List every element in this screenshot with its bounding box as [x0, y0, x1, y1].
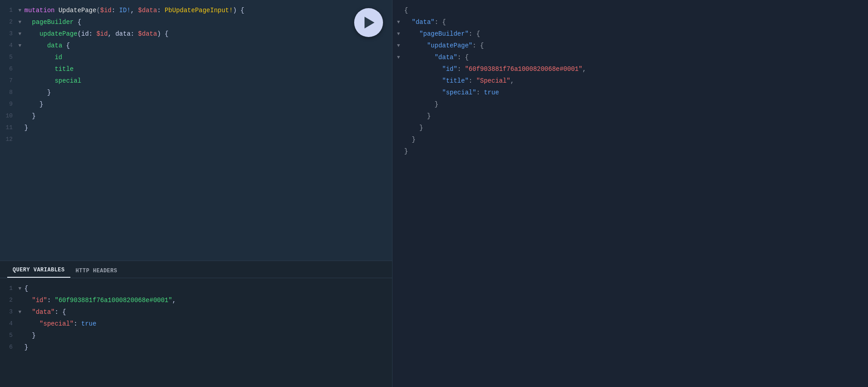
code-line: 5 id — [0, 51, 392, 63]
line-number: 4 — [0, 318, 16, 329]
code-content: data { — [23, 40, 392, 51]
code-line: 1▼{ — [0, 283, 392, 294]
code-line: 6} — [0, 341, 392, 353]
line-number: 2 — [0, 295, 16, 306]
code-content: } — [23, 111, 392, 121]
line-number: 1 — [0, 283, 16, 294]
code-content: "id": "60f903881f76a1000820068e#0001", — [23, 295, 392, 306]
line-number: 1 — [0, 5, 16, 16]
collapse-arrow[interactable]: ▼ — [397, 40, 404, 51]
tab-http-headers[interactable]: HTTP HEADERS — [70, 264, 123, 278]
line-number: 11 — [0, 122, 16, 133]
variables-editor: 1▼{2 "id": "60f903881f76a1000820068e#000… — [0, 278, 392, 387]
code-line: 6 title — [0, 63, 392, 75]
json-line: ▼ "pageBuilder": { — [392, 28, 868, 40]
play-icon — [365, 17, 374, 28]
json-content: } — [404, 99, 868, 110]
line-number: 6 — [0, 64, 16, 75]
line-number: 5 — [0, 330, 16, 341]
code-line: 11} — [0, 122, 392, 134]
left-panel: 1▼mutation UpdatePage($id: ID!, $data: P… — [0, 0, 392, 387]
json-line: } — [392, 122, 868, 134]
code-line: 4 "special": true — [0, 318, 392, 330]
code-line: 3▼ "data": { — [0, 306, 392, 318]
json-content: "title": "Special", — [404, 75, 868, 86]
code-content: } — [23, 99, 392, 110]
line-number: 9 — [0, 99, 16, 110]
collapse-arrow[interactable]: ▼ — [16, 307, 23, 317]
code-content: } — [23, 87, 392, 98]
json-content: } — [404, 134, 868, 145]
code-content: } — [23, 342, 392, 353]
line-number: 8 — [0, 87, 16, 98]
json-line: ▼ "data": { — [392, 16, 868, 28]
query-editor: 1▼mutation UpdatePage($id: ID!, $data: P… — [0, 0, 392, 261]
code-content: { — [23, 283, 392, 294]
collapse-arrow[interactable]: ▼ — [16, 17, 23, 28]
json-content: } — [404, 146, 868, 157]
json-line: ▼ "data": { — [392, 51, 868, 63]
code-content: pageBuilder { — [23, 17, 392, 28]
json-line: "id": "60f903881f76a1000820068e#0001", — [392, 63, 868, 75]
code-content: "special": true — [23, 318, 392, 329]
json-line: } — [392, 134, 868, 145]
collapse-arrow[interactable]: ▼ — [16, 28, 23, 39]
collapse-arrow[interactable]: ▼ — [16, 5, 23, 16]
line-number: 3 — [0, 307, 16, 317]
code-content: title — [23, 64, 392, 75]
line-number: 6 — [0, 342, 16, 353]
code-content: } — [23, 122, 392, 133]
json-content: "data": { — [404, 17, 868, 28]
collapse-arrow[interactable]: ▼ — [16, 40, 23, 51]
json-content: } — [404, 122, 868, 133]
code-line: 2 "id": "60f903881f76a1000820068e#0001", — [0, 294, 392, 306]
code-line: 12 — [0, 134, 392, 145]
code-content: mutation UpdatePage($id: ID!, $data: PbU… — [23, 5, 392, 16]
line-number: 4 — [0, 40, 16, 51]
editor-lines: 1▼mutation UpdatePage($id: ID!, $data: P… — [0, 5, 392, 145]
json-line: "special": true — [392, 87, 868, 98]
tab-query-variables[interactable]: QUERY VARIABLES — [7, 263, 70, 278]
line-number: 12 — [0, 134, 16, 145]
json-line: } — [392, 98, 868, 110]
line-number: 7 — [0, 75, 16, 86]
right-panel: {▼ "data": {▼ "pageBuilder": {▼ "updateP… — [392, 0, 868, 387]
collapse-arrow[interactable]: ▼ — [397, 17, 404, 28]
run-button[interactable] — [354, 8, 383, 37]
code-line: 4▼ data { — [0, 40, 392, 51]
code-content: "data": { — [23, 307, 392, 317]
json-line: } — [392, 110, 868, 122]
json-content: "special": true — [404, 87, 868, 98]
code-content: special — [23, 75, 392, 86]
code-line: 8 } — [0, 87, 392, 98]
code-content: id — [23, 52, 392, 63]
json-content: } — [404, 111, 868, 121]
response-lines: {▼ "data": {▼ "pageBuilder": {▼ "updateP… — [392, 5, 868, 157]
code-line: 9 } — [0, 98, 392, 110]
json-content: { — [404, 5, 868, 16]
json-content: "data": { — [404, 52, 868, 63]
line-number: 3 — [0, 28, 16, 39]
code-line: 3▼ updatePage(id: $id, data: $data) { — [0, 28, 392, 40]
json-content: "pageBuilder": { — [404, 28, 868, 39]
code-line: 7 special — [0, 75, 392, 87]
collapse-arrow[interactable]: ▼ — [397, 52, 404, 63]
code-line: 10 } — [0, 110, 392, 122]
json-line: } — [392, 145, 868, 157]
json-content: "updatePage": { — [404, 40, 868, 51]
code-content: } — [23, 330, 392, 341]
bottom-panel: QUERY VARIABLES HTTP HEADERS 1▼{2 "id": … — [0, 261, 392, 387]
json-line: ▼ "updatePage": { — [392, 40, 868, 51]
bottom-tabs: QUERY VARIABLES HTTP HEADERS — [0, 261, 392, 278]
json-content: "id": "60f903881f76a1000820068e#0001", — [404, 64, 868, 75]
collapse-arrow[interactable]: ▼ — [16, 283, 23, 294]
line-number: 2 — [0, 17, 16, 28]
code-line: 2▼ pageBuilder { — [0, 16, 392, 28]
collapse-arrow[interactable]: ▼ — [397, 28, 404, 39]
line-number: 10 — [0, 111, 16, 121]
code-line: 1▼mutation UpdatePage($id: ID!, $data: P… — [0, 5, 392, 16]
variables-lines: 1▼{2 "id": "60f903881f76a1000820068e#000… — [0, 283, 392, 353]
json-line: { — [392, 5, 868, 16]
code-content: updatePage(id: $id, data: $data) { — [23, 28, 392, 39]
code-line: 5 } — [0, 330, 392, 341]
